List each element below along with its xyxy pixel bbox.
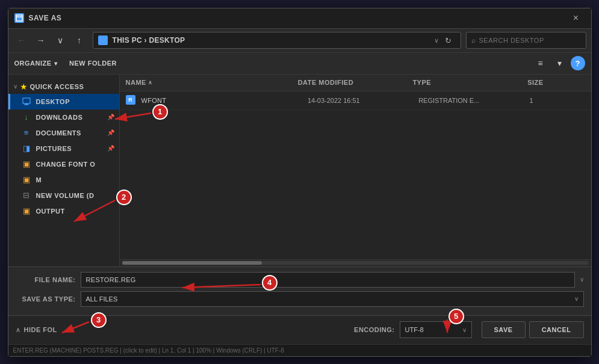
scrollbar-track (122, 261, 589, 265)
forward-button[interactable]: → (33, 32, 49, 49)
sidebar-item-newvolume[interactable]: ⊟ NEW VOLUME (D (8, 188, 119, 203)
status-bar: ENTER.REG (MACHINE) POSTS.REG | (click t… (8, 344, 591, 356)
close-button[interactable]: × (567, 9, 585, 27)
action-bar-right: ≡ ▾ ? (532, 55, 585, 72)
sort-arrow-icon: ∧ (148, 79, 153, 85)
dropdown-button[interactable]: ∨ (52, 32, 69, 49)
file-name: WFONT (141, 97, 308, 104)
desktop-icon (22, 97, 31, 106)
new-folder-button[interactable]: NEW FOLDER (69, 60, 117, 67)
encoding-dropdown-arrow-icon: ∨ (462, 327, 467, 333)
sidebar-item-label-documents: DOCUMENTS (36, 129, 102, 137)
sidebar-item-m[interactable]: ▣ M (8, 172, 119, 188)
save-button[interactable]: SAVE (482, 321, 526, 338)
pin-icon-downloads: 📌 (107, 114, 114, 120)
sidebar-item-label-m: M (36, 176, 114, 184)
sidebar: ∨ ★ QUICK ACCESS DESKTOP ↓ (8, 75, 120, 267)
sidebar-item-documents[interactable]: ≡ DOCUMENTS 📌 (8, 125, 119, 141)
quick-access-section[interactable]: ∨ ★ QUICK ACCESS (8, 79, 119, 94)
sidebar-item-desktop[interactable]: DESKTOP (8, 94, 119, 110)
up-button[interactable]: ↑ (71, 32, 88, 49)
svg-rect-0 (16, 15, 22, 21)
m-icon: ▣ (22, 175, 31, 185)
address-text: THIS PC › DESKTOP (113, 36, 432, 45)
table-row[interactable]: R WFONT 14-03-2022 16:51 REGISTRATION E.… (120, 91, 591, 110)
refresh-button[interactable]: ↻ (441, 33, 456, 48)
encoding-value: UTF-8 (405, 326, 424, 333)
column-header-type[interactable]: TYPE (412, 79, 527, 86)
sidebar-item-changefont[interactable]: ▣ CHANGE FONT O (8, 156, 119, 172)
file-list-container: NAME ∧ DATE MODIFIED TYPE SIZE R WFONT 1… (120, 75, 591, 267)
encoding-dropdown[interactable]: UTF-8 ∨ (400, 321, 472, 338)
column-header-size[interactable]: SIZE (527, 79, 585, 86)
filename-row: FILE NAME: ∨ (16, 272, 584, 288)
pin-icon-documents: 📌 (107, 129, 114, 136)
sidebar-item-label-pictures: PICTURES (36, 145, 102, 152)
newvolume-icon: ⊟ (22, 191, 31, 200)
downloads-icon: ↓ (22, 113, 31, 122)
savetype-label: SAVE AS TYPE: (16, 295, 76, 303)
pin-icon-pictures: 📌 (107, 145, 114, 152)
address-bar-icon (98, 35, 108, 45)
sidebar-item-label-desktop: DESKTOP (36, 98, 114, 105)
filename-dropdown-arrow: ∨ (580, 276, 584, 283)
new-folder-label: NEW FOLDER (69, 60, 117, 67)
scrollbar-thumb (122, 261, 262, 265)
main-content: ∨ ★ QUICK ACCESS DESKTOP ↓ (8, 75, 591, 267)
documents-icon: ≡ (22, 128, 31, 138)
reg-file-icon: R (126, 95, 135, 105)
search-bar[interactable]: ⌕ (466, 32, 586, 49)
sidebar-item-pictures[interactable]: ◨ PICTURES 📌 (8, 141, 119, 156)
horizontal-scrollbar[interactable] (120, 259, 591, 267)
sidebar-item-label-changefont: CHANGE FONT O (36, 161, 114, 168)
hide-folders-label: HIDE FOL (24, 326, 57, 333)
savetype-dropdown-arrow-icon: ∨ (574, 295, 579, 302)
help-button[interactable]: ? (571, 56, 585, 70)
quick-access-label: QUICK ACCESS (30, 83, 84, 90)
title-bar-icon (14, 13, 24, 23)
bottom-actions: ∧ HIDE FOL ENCODING: UTF-8 ∨ SAVE CANCEL (8, 315, 591, 344)
save-as-dialog: SAVE AS × ← → ∨ ↑ THIS PC › DESKTOP ∨ ↻ … (8, 8, 592, 357)
filename-input[interactable] (81, 272, 575, 288)
filename-label: FILE NAME: (16, 276, 76, 283)
back-button[interactable]: ← (13, 32, 30, 49)
file-date: 14-03-2022 16:51 (308, 97, 418, 104)
savetype-row: SAVE AS TYPE: ALL FILES ∨ (16, 291, 584, 307)
sidebar-item-output[interactable]: ▣ OUTPUT (8, 203, 119, 219)
action-buttons: SAVE CANCEL (482, 321, 584, 338)
file-icon: R (126, 95, 137, 106)
encoding-area: ENCODING: UTF-8 ∨ (354, 321, 471, 338)
dialog-wrapper: SAVE AS × ← → ∨ ↑ THIS PC › DESKTOP ∨ ↻ … (8, 8, 592, 357)
organize-label: ORGANIZE (14, 60, 52, 67)
sidebar-item-label-output: OUTPUT (36, 208, 114, 215)
cancel-button[interactable]: CANCEL (529, 321, 584, 338)
output-icon: ▣ (22, 206, 31, 216)
file-size: 1 (529, 97, 585, 104)
status-text: ENTER.REG (MACHINE) POSTS.REG | (click t… (13, 347, 284, 354)
hide-folders-button[interactable]: ∧ HIDE FOL (16, 326, 57, 334)
address-chevron-icon: ∨ (434, 37, 439, 45)
toolbar: ← → ∨ ↑ THIS PC › DESKTOP ∨ ↻ ⌕ (8, 29, 591, 53)
search-input[interactable] (479, 37, 581, 44)
hide-chevron-icon: ∧ (16, 326, 20, 334)
file-list-header: NAME ∧ DATE MODIFIED TYPE SIZE (120, 75, 591, 91)
column-header-name[interactable]: NAME ∧ (126, 79, 298, 86)
view-dropdown-button[interactable]: ▾ (551, 55, 568, 72)
savetype-value: ALL FILES (86, 295, 118, 303)
dialog-title: SAVE AS (29, 14, 567, 22)
action-bar: ORGANIZE ▾ NEW FOLDER ≡ ▾ ? (8, 53, 591, 75)
organize-chevron-icon: ▾ (54, 60, 58, 67)
view-button[interactable]: ≡ (532, 55, 549, 72)
changefont-icon: ▣ (22, 159, 31, 169)
sidebar-item-downloads[interactable]: ↓ DOWNLOADS 📌 (8, 110, 119, 125)
quick-access-star-icon: ★ (20, 82, 28, 91)
quick-access-chevron-icon: ∨ (13, 83, 17, 90)
savetype-dropdown[interactable]: ALL FILES ∨ (81, 291, 584, 307)
column-header-date[interactable]: DATE MODIFIED (298, 79, 413, 86)
address-bar[interactable]: THIS PC › DESKTOP ∨ ↻ (93, 32, 461, 49)
organize-button[interactable]: ORGANIZE ▾ (14, 60, 58, 67)
file-type: REGISTRATION E... (418, 97, 529, 104)
pictures-icon: ◨ (22, 144, 31, 153)
sidebar-item-label-downloads: DOWNLOADS (36, 114, 102, 121)
sidebar-item-label-newvolume: NEW VOLUME (D (36, 192, 114, 199)
